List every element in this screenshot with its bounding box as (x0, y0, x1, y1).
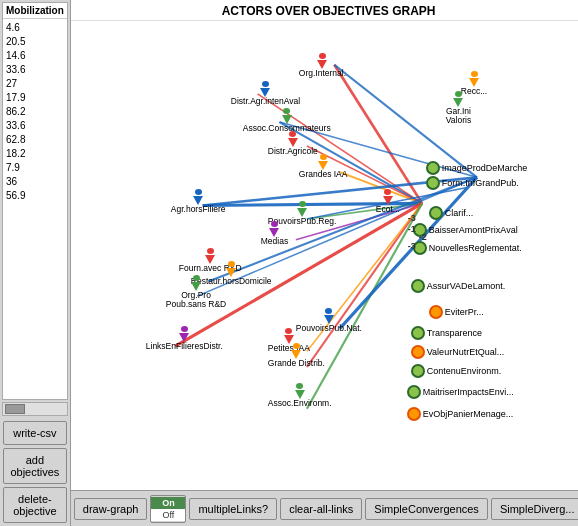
actor-gar-ini-valoris[interactable]: Gar.IniValoris (446, 91, 471, 126)
objective-transparence[interactable]: Transparence (411, 326, 482, 340)
objective-maitriser-impacts[interactable]: MaitriserImpactsEnvi... (407, 385, 514, 399)
horizontal-scrollbar[interactable] (2, 402, 68, 416)
svg-line-11 (307, 203, 422, 408)
score-minus3-1: -3 (408, 213, 416, 223)
actor-grande-distrib[interactable]: Grande Distrib. (268, 343, 325, 368)
actor-links-en-filieres[interactable]: LinksEnFilieresDistr. (146, 326, 223, 351)
objective-eviterm[interactable]: EviterPr... (429, 305, 484, 319)
actor-grandes-iaa[interactable]: Grandes IAA (299, 154, 348, 179)
objective-evobj-panier[interactable]: EvObjPanierMenage... (407, 407, 514, 421)
actor-label-assoc-environm: Assoc.Environm. (268, 399, 332, 408)
objective-form-inf[interactable]: Form.InfGrandPub. (426, 176, 519, 190)
actor-assoc-environm[interactable]: Assoc.Environm. (268, 383, 332, 408)
bottom-toolbar: draw-graph On Off multipleLinks? clear-a… (71, 490, 578, 526)
objective-label-eviterm: EviterPr... (445, 307, 484, 317)
actor-distr-agr-aval[interactable]: Distr.Agr.intenAval (231, 81, 300, 106)
objective-circle-clarif (429, 206, 443, 220)
on-label: On (151, 497, 185, 509)
mobilization-values: 4.6 20.5 14.6 33.6 27 17.9 86.2 33.6 62.… (3, 19, 67, 205)
graph-title: ACTORS OVER OBJECTIVES GRAPH (71, 0, 578, 21)
objective-contenu-environm[interactable]: ContenuEnvironm. (411, 364, 502, 378)
simple-convergences-button[interactable]: SimpleConvergences (365, 498, 488, 520)
actor-label-medias: Medias (261, 237, 288, 246)
graph-canvas: Org.Internal. Distr.Agr.intenAval Assoc.… (71, 21, 578, 490)
actor-label-distr-agr-aval: Distr.Agr.intenAval (231, 97, 300, 106)
left-panel: Mobilization 4.6 20.5 14.6 33.6 27 17.9 … (0, 0, 71, 526)
off-label: Off (151, 509, 185, 521)
objective-circle-maitriser-impacts (407, 385, 421, 399)
objective-circle-transparence (411, 326, 425, 340)
mobilization-panel: Mobilization 4.6 20.5 14.6 33.6 27 17.9 … (2, 2, 68, 400)
simple-divergences-button[interactable]: SimpleDiverg... (491, 498, 578, 520)
actor-org-internal[interactable]: Org.Internal. (299, 53, 346, 78)
svg-line-0 (334, 65, 422, 204)
write-csv-button[interactable]: write-csv (3, 421, 67, 445)
objective-clarif[interactable]: Clarif... (429, 206, 474, 220)
objective-circle-valeur-nutr (411, 345, 425, 359)
actor-assoc-consommateurs[interactable]: Assoc.Consommateurs (243, 108, 331, 133)
button-panel: write-csv add objectives delete-objectiv… (0, 418, 70, 526)
clear-all-links-button[interactable]: clear-all-links (280, 498, 362, 520)
scrollbar-thumb[interactable] (5, 404, 25, 414)
on-off-toggle[interactable]: On Off (150, 495, 186, 523)
objective-nouvelles-regl[interactable]: NouvellesReglementat. (413, 241, 522, 255)
objective-label-baisser-amont: BaisserAmontPrixAval (429, 225, 518, 235)
objective-label-form-inf: Form.InfGrandPub. (442, 178, 519, 188)
draw-graph-button[interactable]: draw-graph (74, 498, 148, 520)
score-minus2: -2 (419, 232, 427, 242)
actor-label-grandes-iaa: Grandes IAA (299, 170, 348, 179)
add-objectives-button[interactable]: add objectives (3, 448, 67, 484)
actor-label-gar-ini-valoris: Gar.IniValoris (446, 107, 471, 126)
actor-ecot[interactable]: Ecot... (376, 189, 400, 214)
objective-circle-image-prod (426, 161, 440, 175)
objective-label-transparence: Transparence (427, 328, 482, 338)
actor-medias[interactable]: Medias (261, 221, 288, 246)
objective-circle-form-inf (426, 176, 440, 190)
actor-agr-hors-filiere[interactable]: Agr.horsFiliere (171, 189, 226, 214)
actor-label-org-internal: Org.Internal. (299, 69, 346, 78)
objective-circle-evobj-panier (407, 407, 421, 421)
objective-baisser-amont[interactable]: BaisserAmontPrixAval (413, 223, 518, 237)
objective-label-clarif: Clarif... (445, 208, 474, 218)
graph-area: ACTORS OVER OBJECTIVES GRAPH (71, 0, 578, 526)
actor-org-pro-sans-rsd[interactable]: Org.ProPoub.sans R&D (166, 275, 226, 310)
objective-assur-va[interactable]: AssurVADeLamont. (411, 279, 505, 293)
objective-circle-assur-va (411, 279, 425, 293)
objective-label-evobj-panier: EvObjPanierMenage... (423, 409, 514, 419)
mobilization-title: Mobilization (3, 3, 67, 19)
actor-label-agr-hors-filiere: Agr.horsFiliere (171, 205, 226, 214)
main-container: Mobilization 4.6 20.5 14.6 33.6 27 17.9 … (0, 0, 578, 526)
objective-label-valeur-nutr: ValeurNutrEtQual... (427, 347, 504, 357)
delete-objective-button[interactable]: delete-objective (3, 487, 67, 523)
objective-label-maitriser-impacts: MaitriserImpactsEnvi... (423, 387, 514, 397)
objective-circle-contenu-environm (411, 364, 425, 378)
objective-label-contenu-environm: ContenuEnvironm. (427, 366, 502, 376)
objective-valeur-nutr[interactable]: ValeurNutrEtQual... (411, 345, 504, 359)
actor-label-links-en-filieres: LinksEnFilieresDistr. (146, 342, 223, 351)
score-minus1: -1 (408, 224, 416, 234)
actor-label-grande-distrib: Grande Distrib. (268, 359, 325, 368)
actor-distr-agricole[interactable]: Distr.Agricole (268, 131, 318, 156)
actor-label-org-pro-sans-rsd: Org.ProPoub.sans R&D (166, 291, 226, 310)
objective-label-assur-va: AssurVADeLamont. (427, 281, 505, 291)
objective-label-nouvelles-regl: NouvellesReglementat. (429, 243, 522, 253)
objective-label-image-prod: ImageProdDeMarche (442, 163, 528, 173)
objective-circle-eviterm (429, 305, 443, 319)
score-minus3-2: -3 (408, 241, 416, 251)
actor-label-ecot: Ecot... (376, 205, 400, 214)
objective-image-prod[interactable]: ImageProdDeMarche (426, 161, 528, 175)
multiple-links-button[interactable]: multipleLinks? (189, 498, 277, 520)
